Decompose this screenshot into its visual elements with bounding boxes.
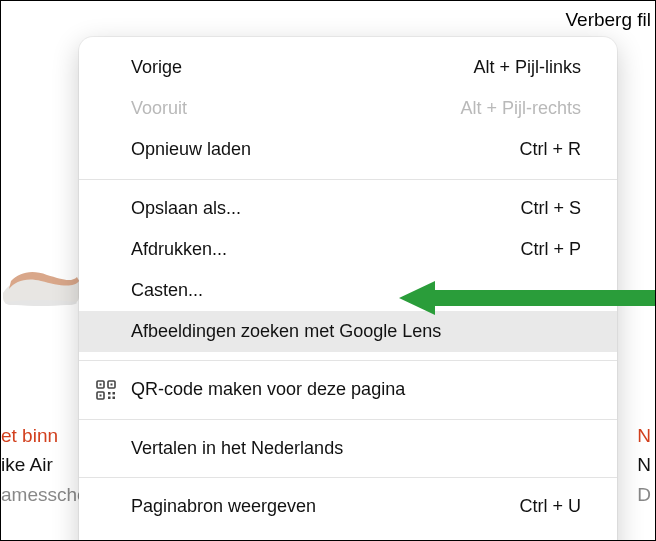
menu-shortcut: Ctrl + S: [520, 196, 581, 221]
hide-filters-link[interactable]: Verberg fil: [565, 9, 651, 31]
menu-divider: [79, 419, 617, 420]
menu-shortcut: Alt + Pijl-links: [473, 55, 581, 80]
product-subtitle: D: [637, 480, 651, 509]
product-info-right: N N D: [637, 421, 651, 509]
qr-code-icon: [96, 380, 116, 400]
svg-rect-7: [108, 392, 111, 395]
menu-divider: [79, 179, 617, 180]
menu-label: QR-code maken voor deze pagina: [131, 377, 581, 402]
menu-label: Paginabron weergeven: [131, 494, 519, 519]
svg-rect-4: [100, 383, 102, 385]
menu-label: Afbeeldingen zoeken met Google Lens: [131, 319, 581, 344]
menu-item-save-as[interactable]: Opslaan als... Ctrl + S: [79, 188, 617, 229]
menu-item-qr-code[interactable]: QR-code maken voor deze pagina: [79, 369, 617, 410]
menu-item-inspect[interactable]: Inspecteren: [79, 527, 617, 541]
menu-label: Vorige: [131, 55, 473, 80]
menu-shortcut: Ctrl + R: [519, 137, 581, 162]
menu-shortcut: Ctrl + U: [519, 494, 581, 519]
context-menu: Vorige Alt + Pijl-links Vooruit Alt + Pi…: [79, 37, 617, 541]
menu-item-search-image-lens[interactable]: Afbeeldingen zoeken met Google Lens: [79, 311, 617, 352]
svg-rect-6: [100, 394, 102, 396]
menu-label: Opnieuw laden: [131, 137, 519, 162]
menu-divider: [79, 360, 617, 361]
menu-item-print[interactable]: Afdrukken... Ctrl + P: [79, 229, 617, 270]
menu-item-back[interactable]: Vorige Alt + Pijl-links: [79, 47, 617, 88]
svg-rect-9: [108, 396, 111, 399]
menu-shortcut: Alt + Pijl-rechts: [460, 96, 581, 121]
menu-divider: [79, 477, 617, 478]
menu-label: Vertalen in het Nederlands: [131, 436, 581, 461]
menu-item-translate[interactable]: Vertalen in het Nederlands: [79, 428, 617, 469]
menu-label: Inspecteren: [131, 535, 581, 541]
menu-label: Afdrukken...: [131, 237, 520, 262]
menu-shortcut: Ctrl + P: [520, 237, 581, 262]
svg-point-0: [5, 300, 77, 306]
menu-label: Vooruit: [131, 96, 460, 121]
menu-item-reload[interactable]: Opnieuw laden Ctrl + R: [79, 129, 617, 170]
menu-item-cast[interactable]: Casten...: [79, 270, 617, 311]
svg-rect-10: [113, 396, 116, 399]
menu-label: Opslaan als...: [131, 196, 520, 221]
menu-item-forward: Vooruit Alt + Pijl-rechts: [79, 88, 617, 129]
svg-rect-5: [111, 383, 113, 385]
product-title: N: [637, 450, 651, 479]
menu-item-view-source[interactable]: Paginabron weergeven Ctrl + U: [79, 486, 617, 527]
menu-label: Casten...: [131, 278, 581, 303]
product-badge: N: [637, 421, 651, 450]
product-thumbnail[interactable]: [1, 251, 81, 311]
svg-rect-8: [113, 392, 116, 395]
